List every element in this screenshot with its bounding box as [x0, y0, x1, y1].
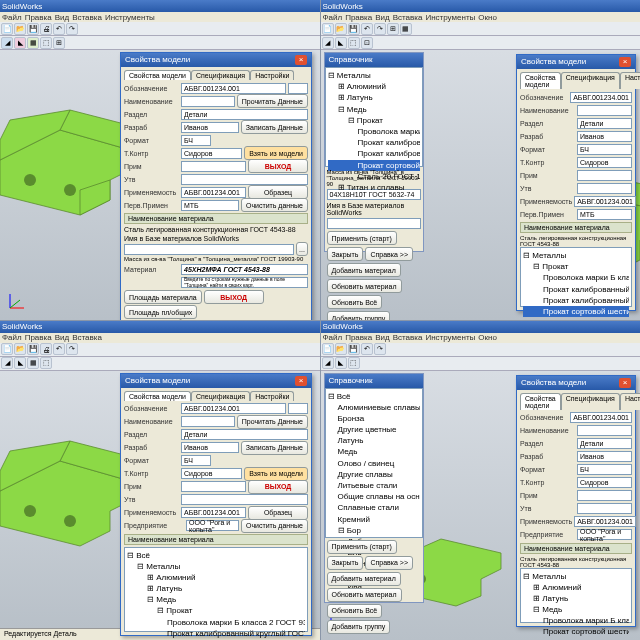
tool-new[interactable]: 📄: [1, 23, 13, 35]
inp-chk[interactable]: Сидоров: [181, 148, 242, 159]
tab-spec[interactable]: Спецификация: [191, 70, 250, 80]
props-dialog: Свойства модели× Свойства модели Специфи…: [120, 52, 312, 320]
toolbar-main: 📄 📂 💾 🖨 ↶ ↷: [0, 22, 320, 36]
btn-pick[interactable]: Взять из модели: [244, 146, 308, 160]
btn-exit[interactable]: ВЫХОД: [248, 159, 308, 173]
menu-file[interactable]: Файл: [2, 13, 22, 22]
menu-tools[interactable]: Инструменты: [105, 13, 155, 22]
inp-selected-mat[interactable]: 04Х18Н10Т ГОСТ 5632-74: [327, 189, 421, 200]
tb-d[interactable]: ⬚: [40, 37, 52, 49]
svg-point-10: [64, 515, 76, 527]
viewport: Свойства модели× Свойства модели Специфи…: [0, 50, 320, 320]
svg-line-4: [10, 300, 20, 308]
lbl-designation: Обозначение: [124, 85, 179, 92]
lbl-chk: Т.Контр: [124, 150, 179, 157]
menu-view[interactable]: Вид: [55, 13, 69, 22]
inp-fmt[interactable]: БЧ: [181, 135, 211, 146]
btn-close-ref[interactable]: Закрыть: [327, 247, 364, 261]
tab-props[interactable]: Свойства модели: [124, 70, 191, 80]
pane-bl: SolidWorks ФайлПравкаВидВставка 📄📂💾🖨↶↷ ◢…: [0, 321, 320, 641]
btn-clear[interactable]: Очистить данные: [241, 198, 308, 212]
close-icon[interactable]: ×: [295, 55, 307, 65]
lbl-section: Раздел: [124, 111, 179, 118]
lbl-note: Прим: [124, 163, 179, 170]
btn-upd-all[interactable]: Обновить Всё: [327, 295, 383, 309]
titlebar: SolidWorks: [0, 0, 320, 12]
tool-redo[interactable]: ↷: [66, 23, 78, 35]
inp-dev[interactable]: Иванов: [181, 122, 239, 133]
tool-save[interactable]: 💾: [27, 23, 39, 35]
lbl-perv: Перв.Примен: [124, 202, 179, 209]
inp-matdb[interactable]: [124, 244, 294, 255]
btn-matpick[interactable]: ...: [296, 242, 308, 256]
btn-obraz[interactable]: Образец: [248, 185, 308, 199]
mat-tree-3[interactable]: ⊟ Всё ⊟ Металлы ⊞ Алюминий ⊞ Латунь ⊟ Ме…: [124, 547, 308, 632]
pane-tr: SolidWorks ФайлПравкаВидВставкаИнструмен…: [321, 0, 641, 320]
tool-undo[interactable]: ↶: [53, 23, 65, 35]
props-dialog-4: Свойства модели× Свойства моделиСпецифик…: [516, 375, 636, 627]
lbl-app: Утв: [124, 176, 179, 183]
inp-note[interactable]: [181, 161, 246, 172]
btn-write[interactable]: Записать Данные: [241, 120, 308, 134]
close-icon[interactable]: ×: [619, 378, 631, 388]
inp-perv[interactable]: МТБ: [181, 200, 239, 211]
mat-hint: Сталь легированная конструкционная ГОСТ …: [124, 226, 308, 233]
btn-apply-mat[interactable]: Применить (старт): [327, 231, 397, 245]
lbl-fmt: Формат: [124, 137, 179, 144]
mat-db-lbl: Имя в Базе материалов SolidWorks: [124, 235, 308, 242]
menu-edit[interactable]: Правка: [25, 13, 52, 22]
pane-tl: SolidWorks Файл Правка Вид Вставка Инстр…: [0, 0, 320, 320]
inp-mat1[interactable]: 45ХН2МФА ГОСТ 4543-88: [181, 264, 308, 275]
tool-print[interactable]: 🖨: [40, 23, 52, 35]
material-tree[interactable]: ⊟ Металлы ⊞ Алюминий ⊞ Латунь ⊟ Медь ⊟ П…: [325, 67, 423, 167]
techreq: Технические требования по СТБ 1014-95: [124, 319, 308, 320]
mat-tree-2[interactable]: ⊟ Металлы ⊟ Прокат Проволока марки Б кла…: [520, 247, 632, 307]
tool-open[interactable]: 📂: [14, 23, 26, 35]
ref-panel: Справочник ⊟ Металлы ⊞ Алюминий ⊞ Латунь…: [324, 52, 424, 252]
inp-apply[interactable]: АБВГ.001234.001: [181, 187, 246, 198]
btn-mat-calc[interactable]: Площадь материала: [124, 290, 202, 304]
menu-insert[interactable]: Вставка: [72, 13, 102, 22]
tabs: Свойства модели Спецификация Настройки: [124, 70, 308, 80]
svg-point-1: [64, 184, 76, 196]
tb-a[interactable]: ◢: [1, 37, 13, 49]
inp-org[interactable]: ООО "Рога и копыта": [186, 520, 239, 531]
inp-section[interactable]: Детали: [181, 109, 308, 120]
inp-designation[interactable]: АБВГ.001234.001: [181, 83, 286, 94]
axis-triad-icon: [6, 288, 30, 312]
btn-mat-pick[interactable]: Площадь пл/общих: [124, 305, 197, 319]
pane-br: SolidWorks ФайлПравкаВидВставкаИнструмен…: [321, 321, 641, 641]
toolbar-2: ◢ ◣ ▦ ⬚ ⊞: [0, 36, 320, 50]
mat-section: Наименование материала: [124, 213, 308, 224]
tb-c[interactable]: ▦: [27, 37, 39, 49]
dialog-titlebar[interactable]: Свойства модели×: [121, 53, 311, 67]
svg-point-0: [24, 174, 36, 186]
menubar: Файл Правка Вид Вставка Инструменты: [0, 12, 320, 22]
svg-point-9: [24, 505, 36, 517]
material-tree-2[interactable]: ⊟ Всё Алюминиевые сплавы Бронза Другие ц…: [325, 388, 423, 538]
inp-name[interactable]: [181, 96, 235, 107]
ref-panel-2: Справочник ⊟ Всё Алюминиевые сплавы Брон…: [324, 373, 424, 603]
close-icon[interactable]: ×: [619, 57, 631, 67]
override-lbl: Масса из св-ва "Толщина" в "Толщина_мета…: [124, 256, 308, 262]
btn-help[interactable]: Справка >>: [365, 247, 413, 261]
tb-e[interactable]: ⊞: [53, 37, 65, 49]
inp-app[interactable]: [181, 174, 308, 185]
inp-rev[interactable]: [288, 83, 308, 94]
lbl-mat: Материал: [124, 266, 179, 273]
props-dialog-2: Свойства модели× Свойства моделиСпецифик…: [516, 54, 636, 311]
btn-add-grp[interactable]: Добавить группу: [327, 311, 391, 320]
inp-mat2[interactable]: Введите по строкам нужные данные в поле …: [181, 277, 308, 288]
lbl-name: Наименование: [124, 98, 179, 105]
lbl-dev: Разраб: [124, 124, 179, 131]
lbl-apply: Применяемость: [124, 189, 179, 196]
btn-exit2[interactable]: ВЫХОД: [204, 290, 264, 304]
btn-upd-mat[interactable]: Обновить материал: [327, 279, 402, 293]
btn-add-mat[interactable]: Добавить материал: [327, 263, 401, 277]
close-icon[interactable]: ×: [295, 376, 307, 386]
btn-read[interactable]: Прочитать Данные: [237, 94, 308, 108]
props-dialog-3: Свойства модели× Свойства моделиСпецифик…: [120, 373, 312, 636]
tab-settings[interactable]: Настройки: [250, 70, 294, 80]
tb-b[interactable]: ◣: [14, 37, 26, 49]
